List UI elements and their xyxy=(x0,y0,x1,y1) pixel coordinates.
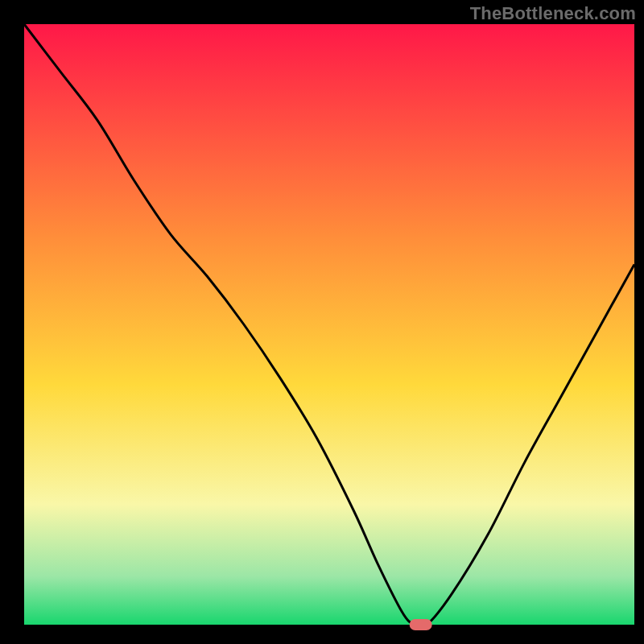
plot-area xyxy=(24,24,634,625)
chart-frame: { "attribution": "TheBottleneck.com", "c… xyxy=(0,0,644,644)
optimal-marker xyxy=(410,619,432,630)
attribution-label: TheBottleneck.com xyxy=(470,3,636,24)
bottleneck-chart xyxy=(0,0,644,644)
